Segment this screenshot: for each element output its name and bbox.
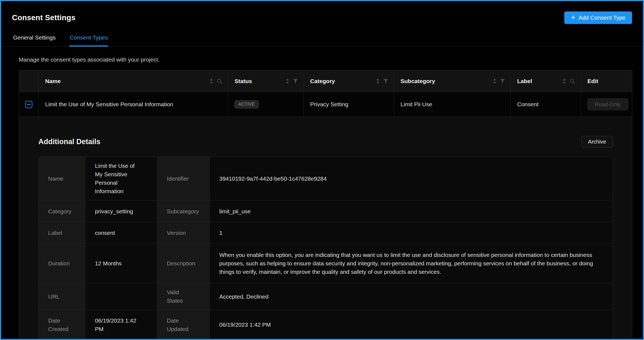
detail-label: Date Created <box>39 310 85 339</box>
consent-settings-page: Consent Settings + Add Consent Type Gene… <box>0 0 644 340</box>
detail-row-name: Name Limit the Use of My Sensitive Perso… <box>39 157 613 201</box>
detail-row-category: Category privacy_setting Subcategory lim… <box>39 201 613 222</box>
row-status-cell: ACTIVE <box>228 92 304 117</box>
detail-value: 06/19/2023 1:42 PM <box>210 310 613 339</box>
plus-icon: + <box>571 14 575 21</box>
consent-types-table: Name Status Category <box>19 70 632 340</box>
details-header: Additional Details Archive <box>38 136 613 148</box>
table-row: Limit the Use of My Sensitive Personal I… <box>19 92 632 117</box>
filter-icon[interactable] <box>293 79 298 84</box>
read-only-button[interactable]: Read-Only <box>587 98 628 110</box>
detail-value: Limit the Use of My Sensitive Personal I… <box>85 157 157 200</box>
archive-button[interactable]: Archive <box>581 136 613 148</box>
header-category[interactable]: Category <box>304 70 394 92</box>
header-subcategory[interactable]: Subcategory <box>394 70 511 92</box>
detail-value: Accepted, Declined <box>210 283 613 310</box>
detail-value: 06/19/2023 1:42 PM <box>85 310 157 339</box>
collapse-row-button[interactable] <box>25 101 32 108</box>
add-consent-type-button[interactable]: + Add Consent Type <box>564 11 632 24</box>
header-category-label: Category <box>310 78 376 84</box>
detail-label: Version <box>157 222 210 243</box>
detail-value: limit_pii_use <box>210 201 613 222</box>
sort-icon[interactable] <box>493 78 497 84</box>
header-label[interactable]: Label <box>511 70 581 92</box>
tab-general-settings[interactable]: General Settings <box>13 31 56 46</box>
detail-label: Valid States <box>157 283 210 310</box>
row-subcategory-cell: Limit Pii Use <box>394 92 511 117</box>
detail-value: 1 <box>210 222 613 243</box>
expanded-row-panel: Additional Details Archive Name Limit th… <box>19 117 632 340</box>
row-expand-cell <box>19 92 39 117</box>
header-name-label: Name <box>45 78 209 84</box>
sort-icon[interactable] <box>209 78 213 84</box>
tab-consent-types[interactable]: Consent Types <box>69 31 108 46</box>
detail-label: Date Updated <box>157 310 210 339</box>
header-label-label: Label <box>517 78 562 84</box>
row-edit-cell: Read-Only <box>581 92 632 117</box>
header-status[interactable]: Status <box>228 70 304 92</box>
detail-label: Name <box>39 157 85 200</box>
header-edit-label: Edit <box>587 78 627 84</box>
row-label-cell: Consent <box>511 92 581 117</box>
page-title: Consent Settings <box>12 13 75 22</box>
row-category-cell: Privacy Setting <box>304 92 394 117</box>
header-edit: Edit <box>581 70 632 92</box>
detail-value <box>85 283 157 310</box>
detail-row-dates: Date Created 06/19/2023 1:42 PM Date Upd… <box>39 310 613 339</box>
search-icon[interactable] <box>217 78 222 84</box>
detail-value: consent <box>85 222 157 243</box>
detail-value: When you enable this option, you are ind… <box>210 244 613 283</box>
minus-icon <box>27 104 30 105</box>
header-status-label: Status <box>235 78 286 84</box>
add-consent-type-label: Add Consent Type <box>579 14 625 21</box>
detail-label: Category <box>39 201 85 222</box>
sort-icon[interactable] <box>562 78 566 84</box>
detail-label: Description <box>157 244 210 283</box>
header-expand-column <box>19 70 39 92</box>
detail-label: URL <box>39 283 85 310</box>
detail-label: Identifier <box>157 157 210 200</box>
details-title: Additional Details <box>38 138 100 146</box>
detail-label: Duration <box>39 244 85 283</box>
details-table: Name Limit the Use of My Sensitive Perso… <box>38 156 613 339</box>
detail-value: 12 Months <box>85 244 157 283</box>
detail-label: Label <box>39 222 85 243</box>
detail-row-url: URL Valid States Accepted, Declined <box>39 283 613 310</box>
sort-icon[interactable] <box>376 78 380 84</box>
header-name[interactable]: Name <box>39 70 228 92</box>
page-header: Consent Settings + Add Consent Type <box>1 1 643 24</box>
search-icon[interactable] <box>570 78 575 84</box>
table-header-row: Name Status Category <box>19 70 632 92</box>
detail-value: privacy_setting <box>85 201 157 222</box>
detail-label: Subcategory <box>157 201 210 222</box>
tab-bar: General Settings Consent Types <box>1 31 643 47</box>
detail-value: 39410192-9a7f-442d-be50-1c47628e9284 <box>210 157 613 200</box>
status-badge: ACTIVE <box>235 100 259 108</box>
row-name-cell: Limit the Use of My Sensitive Personal I… <box>39 92 228 117</box>
filter-icon[interactable] <box>500 79 505 84</box>
filter-icon[interactable] <box>383 79 388 84</box>
header-subcategory-label: Subcategory <box>400 78 493 84</box>
detail-row-label: Label consent Version 1 <box>39 222 613 244</box>
detail-row-duration: Duration 12 Months Description When you … <box>39 244 613 283</box>
sort-icon[interactable] <box>286 78 289 84</box>
page-description: Manage the consent types associated with… <box>19 56 631 63</box>
